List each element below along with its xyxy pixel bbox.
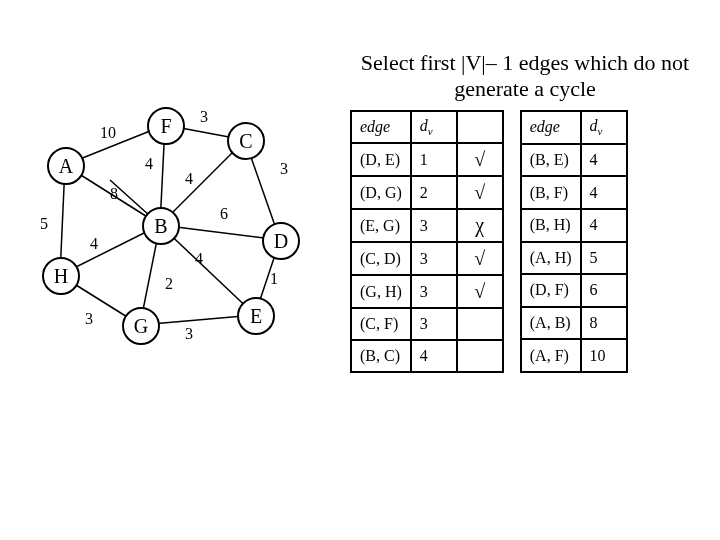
weight-ah: 5	[40, 215, 48, 233]
data-cell: (A, H)	[521, 242, 581, 275]
mark-cell: χ	[457, 209, 503, 242]
data-cell: 4	[581, 176, 627, 209]
col-dv: dv	[411, 111, 457, 143]
node-b: B	[142, 207, 180, 245]
table-left: edge dv (D, E)1√(D, G)2√(E, G)3χ(C, D)3√…	[350, 110, 504, 373]
edge-tables: edge dv (D, E)1√(D, G)2√(E, G)3χ(C, D)3√…	[350, 110, 628, 373]
data-cell: 3	[411, 242, 457, 275]
data-cell: 3	[411, 209, 457, 242]
data-cell: 4	[411, 340, 457, 372]
mark-cell: √	[457, 275, 503, 308]
weight-bc: 4	[185, 170, 193, 188]
data-cell: (B, E)	[521, 144, 581, 177]
data-cell: 3	[411, 275, 457, 308]
table-header-row: edge dv	[351, 111, 503, 143]
weight-af: 10	[100, 124, 116, 142]
data-cell: 4	[581, 209, 627, 242]
weight-bd6: 6	[220, 205, 228, 223]
weight-gb: 2	[165, 275, 173, 293]
data-cell: (C, F)	[351, 308, 411, 340]
data-cell: 5	[581, 242, 627, 275]
weight-ab: 8	[110, 185, 118, 203]
data-cell: (D, F)	[521, 274, 581, 307]
mark-cell: √	[457, 176, 503, 209]
data-cell: 1	[411, 143, 457, 176]
table-row: (B, E)4	[521, 144, 627, 177]
weight-ge: 3	[185, 325, 193, 343]
table-row: (D, E)1√	[351, 143, 503, 176]
table-row: (D, G)2√	[351, 176, 503, 209]
table-row: (B, C)4	[351, 340, 503, 372]
page-title: Select first |V|– 1 edges which do not g…	[350, 50, 700, 102]
data-cell: 2	[411, 176, 457, 209]
table-row: (C, D)3√	[351, 242, 503, 275]
weight-fc: 3	[200, 108, 208, 126]
graph-diagram: A F C B D H G E 10 3 4 3 8 4 6 5 4 4 1 3…	[30, 100, 330, 400]
data-cell: 6	[581, 274, 627, 307]
node-e: E	[237, 297, 275, 335]
data-cell: 8	[581, 307, 627, 340]
data-cell: (D, E)	[351, 143, 411, 176]
table-row: (C, F)3	[351, 308, 503, 340]
mark-cell: √	[457, 143, 503, 176]
data-cell: (A, F)	[521, 339, 581, 372]
data-cell: (B, C)	[351, 340, 411, 372]
node-g: G	[122, 307, 160, 345]
node-f: F	[147, 107, 185, 145]
table-row: (A, B)8	[521, 307, 627, 340]
data-cell: (B, F)	[521, 176, 581, 209]
data-cell: (G, H)	[351, 275, 411, 308]
mark-cell: √	[457, 242, 503, 275]
mark-cell	[457, 340, 503, 372]
col-mark	[457, 111, 503, 143]
col-edge: edge	[521, 111, 581, 144]
table-row: (E, G)3χ	[351, 209, 503, 242]
col-edge: edge	[351, 111, 411, 143]
weight-hb: 4	[90, 235, 98, 253]
mark-cell	[457, 308, 503, 340]
table-row: (A, F)10	[521, 339, 627, 372]
node-a: A	[47, 147, 85, 185]
data-cell: (C, D)	[351, 242, 411, 275]
table-row: (B, H)4	[521, 209, 627, 242]
col-dv: dv	[581, 111, 627, 144]
table-header-row: edge dv	[521, 111, 627, 144]
weight-hg: 3	[85, 310, 93, 328]
data-cell: (D, G)	[351, 176, 411, 209]
table-row: (B, F)4	[521, 176, 627, 209]
node-h: H	[42, 257, 80, 295]
data-cell: (B, H)	[521, 209, 581, 242]
data-cell: 4	[581, 144, 627, 177]
data-cell: 10	[581, 339, 627, 372]
table-row: (G, H)3√	[351, 275, 503, 308]
data-cell: (E, G)	[351, 209, 411, 242]
weight-fb: 4	[145, 155, 153, 173]
node-c: C	[227, 122, 265, 160]
data-cell: 3	[411, 308, 457, 340]
data-cell: (A, B)	[521, 307, 581, 340]
weight-cd3: 3	[280, 160, 288, 178]
weight-bd4: 4	[195, 250, 203, 268]
table-row: (D, F)6	[521, 274, 627, 307]
weight-de: 1	[270, 270, 278, 288]
node-d: D	[262, 222, 300, 260]
table-right: edge dv (B, E)4(B, F)4(B, H)4(A, H)5(D, …	[520, 110, 628, 373]
table-row: (A, H)5	[521, 242, 627, 275]
